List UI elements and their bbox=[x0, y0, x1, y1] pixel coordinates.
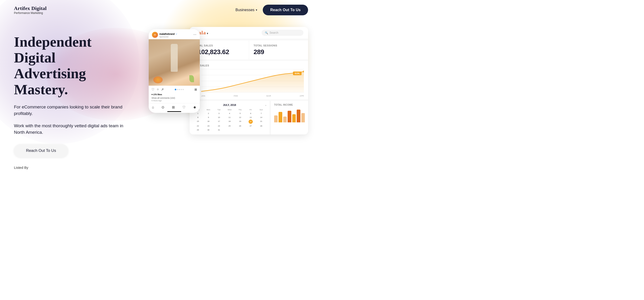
heart-filled-icon: ♥ bbox=[152, 93, 153, 96]
comment-icon[interactable]: ○ bbox=[157, 87, 159, 91]
cal-day-27[interactable]: 27 bbox=[246, 124, 256, 128]
heart-nav-icon[interactable]: ♡ bbox=[182, 105, 186, 109]
phone-comments-link[interactable]: Show all comments (102) bbox=[149, 97, 200, 99]
cal-day-31[interactable]: 31 bbox=[214, 128, 224, 132]
hero-visuals: m malathebrand ✓ Sponsored ··· bbox=[140, 27, 308, 157]
bottle-decoration bbox=[171, 44, 178, 72]
cal-day-9[interactable]: 9 bbox=[203, 116, 213, 119]
cal-day-23[interactable]: 23 bbox=[203, 124, 213, 128]
cal-day-2[interactable]: 2 bbox=[203, 112, 213, 115]
businesses-label: Businesses bbox=[235, 8, 254, 12]
income-bar-4 bbox=[288, 111, 291, 122]
income-widget: TOTAL INCOME bbox=[271, 101, 308, 134]
cal-day-12[interactable]: 12 bbox=[235, 116, 245, 119]
phone-likes: ♥ 275 likes bbox=[149, 92, 200, 97]
cal-day-16[interactable]: 16 bbox=[203, 120, 213, 124]
cal-day-13[interactable]: 13 bbox=[246, 116, 256, 119]
line-chart-svg bbox=[201, 69, 304, 92]
heart-icon[interactable]: ♡ bbox=[152, 87, 154, 91]
total-sessions-label: TOTAL SESSIONS bbox=[254, 44, 304, 47]
x-label-apr: APR bbox=[300, 95, 304, 97]
income-bars bbox=[274, 108, 305, 122]
phone-profile: m malathebrand ✓ Sponsored bbox=[152, 31, 178, 38]
dashboard-panel: mala ▾ 🔍 Search TOTAL SALES $102,823.62 … bbox=[190, 27, 308, 134]
calendar-grid: Sat Mon Tue Wed Thu Fri Sun 1 2 3 4 5 6 … bbox=[193, 108, 266, 132]
cal-day-24[interactable]: 24 bbox=[214, 124, 224, 128]
nav-cta-button[interactable]: Reach Out To Us bbox=[263, 5, 308, 15]
main-content: Independent Digital Advertising Mastery.… bbox=[0, 20, 322, 179]
cal-day-22[interactable]: 22 bbox=[193, 124, 203, 128]
cal-header-wed: Wed bbox=[224, 108, 234, 111]
cal-day-29[interactable]: 29 bbox=[193, 128, 203, 132]
dashboard-bottom-row: ‹ JULY, 2018 › Sat Mon Tue Wed Thu Fri S… bbox=[190, 101, 308, 134]
cal-day-5[interactable]: 5 bbox=[235, 112, 245, 115]
phone-actions-bar: ♡ ○ ↗ ⊠ bbox=[149, 86, 200, 92]
dropdown-arrow-icon: ▾ bbox=[207, 32, 208, 35]
dashboard-search[interactable]: 🔍 Search bbox=[262, 30, 304, 36]
carousel-dots bbox=[175, 89, 184, 90]
cal-day-10[interactable]: 10 bbox=[214, 116, 224, 119]
phone-mockup: m malathebrand ✓ Sponsored ··· bbox=[149, 29, 200, 113]
logo-name: Artifex Digital bbox=[14, 5, 47, 11]
phone-timestamp: 5 Hours Ago bbox=[149, 99, 200, 103]
search-nav-icon[interactable]: ⊙ bbox=[162, 105, 164, 109]
nav-right: Businesses ▾ Reach Out To Us bbox=[235, 5, 308, 15]
more-icon[interactable]: ··· bbox=[194, 33, 197, 37]
chart-label: YTD SALES bbox=[194, 64, 304, 67]
income-bar-1 bbox=[274, 115, 278, 122]
cal-day-21[interactable]: 21 bbox=[256, 120, 266, 124]
chart-tooltip: $156, bbox=[293, 71, 302, 75]
verified-icon: ✓ bbox=[176, 33, 178, 35]
add-icon[interactable]: ⊞ bbox=[172, 105, 175, 109]
bookmark-icon[interactable]: ⊠ bbox=[194, 88, 197, 91]
income-bar-2 bbox=[278, 112, 282, 122]
income-bar-7 bbox=[301, 113, 305, 122]
cal-day-15[interactable]: 15 bbox=[193, 120, 203, 124]
hero-sub1: For eCommerce companies looking to scale… bbox=[14, 104, 135, 117]
hero-sub2: Work with the most thoroughly vetted dig… bbox=[14, 123, 135, 136]
cal-header-tue: Tue bbox=[214, 108, 224, 111]
dot-inactive bbox=[177, 89, 178, 90]
chart-x-labels: JAN FEB MAR APR bbox=[201, 95, 304, 97]
cal-day-11[interactable]: 11 bbox=[224, 116, 234, 119]
cal-next-icon[interactable]: › bbox=[265, 104, 266, 106]
cal-day-4[interactable]: 4 bbox=[224, 112, 234, 115]
cal-day-17[interactable]: 17 bbox=[214, 120, 224, 124]
phone-action-icons: ♡ ○ ↗ bbox=[152, 87, 164, 91]
cal-day-18[interactable]: 18 bbox=[224, 120, 234, 124]
cal-day-19[interactable]: 19 bbox=[235, 120, 245, 124]
cal-day-6[interactable]: 6 bbox=[246, 112, 256, 115]
cal-header-mon: Mon bbox=[203, 108, 213, 111]
cal-day-3[interactable]: 3 bbox=[214, 112, 224, 115]
cal-header-fri: Fri bbox=[246, 108, 256, 111]
cal-day-20-highlighted[interactable]: 20 bbox=[248, 120, 253, 124]
cal-day-30[interactable]: 30 bbox=[203, 128, 213, 132]
calendar-widget: ‹ JULY, 2018 › Sat Mon Tue Wed Thu Fri S… bbox=[190, 101, 270, 134]
dashboard-stats-row: TOTAL SALES $102,823.62 TOTAL SESSIONS 2… bbox=[190, 40, 308, 59]
home-icon[interactable]: ⌂ bbox=[152, 105, 154, 109]
cal-day-7[interactable]: 7 bbox=[256, 112, 266, 115]
leaf-decoration bbox=[189, 75, 194, 82]
cal-day-8[interactable]: 8 bbox=[193, 116, 203, 119]
businesses-dropdown[interactable]: Businesses ▾ bbox=[235, 8, 257, 12]
cal-day-14[interactable]: 14 bbox=[256, 116, 266, 119]
total-sessions-stat: TOTAL SESSIONS 289 bbox=[249, 40, 308, 59]
income-bar-6 bbox=[297, 110, 300, 122]
cal-day-25[interactable]: 25 bbox=[224, 124, 234, 128]
x-label-jan: JAN bbox=[201, 95, 205, 97]
cal-header-sun: Sun bbox=[256, 108, 266, 111]
chart-area: 400 300 200 100 0 bbox=[194, 69, 304, 97]
cal-day-26[interactable]: 26 bbox=[235, 124, 245, 128]
total-sales-label: TOTAL SALES bbox=[194, 44, 244, 47]
cal-header-thu: Thu bbox=[235, 108, 245, 111]
profile-icon[interactable]: ☻ bbox=[193, 105, 196, 109]
phone-home-bar bbox=[167, 111, 181, 112]
income-bar-3 bbox=[283, 117, 287, 122]
phone-top-bar: m malathebrand ✓ Sponsored ··· bbox=[149, 29, 200, 39]
hero-cta-button[interactable]: Reach Out To Us bbox=[14, 144, 68, 157]
chevron-down-icon: ▾ bbox=[256, 8, 257, 11]
phone-bottom-nav: ⌂ ⊙ ⊞ ♡ ☻ bbox=[149, 103, 200, 110]
share-icon[interactable]: ↗ bbox=[161, 87, 164, 91]
cal-day-28[interactable]: 28 bbox=[256, 124, 266, 128]
total-sessions-value: 289 bbox=[254, 48, 304, 56]
